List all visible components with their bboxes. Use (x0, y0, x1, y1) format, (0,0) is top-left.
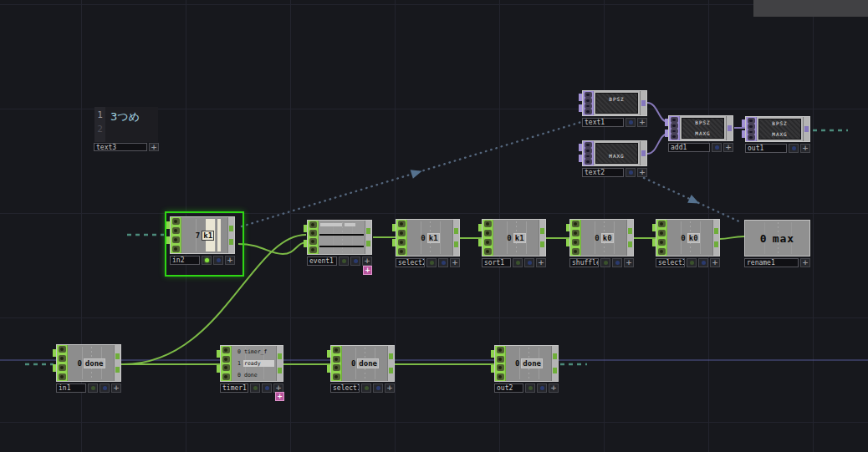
input-connector[interactable] (478, 239, 482, 246)
flag-button-icon[interactable] (572, 230, 580, 236)
flag-button-icon[interactable] (572, 248, 580, 255)
flag-button-icon[interactable] (484, 221, 492, 227)
viewer-flag-dot-icon[interactable] (339, 256, 349, 266)
flag-dot-blue-icon[interactable] (698, 258, 708, 267)
dat-viewer[interactable]: BPSZMAXG (682, 118, 724, 139)
node-rename1[interactable]: 0max rename1+ (744, 220, 810, 256)
input-connector[interactable] (579, 104, 582, 112)
input-connector[interactable] (217, 365, 220, 373)
flag-button-icon[interactable] (309, 246, 317, 253)
node-flags[interactable] (570, 220, 581, 256)
expand-plus-icon[interactable]: + (800, 258, 810, 267)
viewer-flag-dot-icon[interactable] (202, 256, 212, 265)
flag-button-icon[interactable] (333, 373, 340, 380)
viewer-flag-dot-icon[interactable] (513, 258, 523, 267)
flag-button-icon[interactable] (748, 135, 755, 140)
node-text2[interactable]: MAXG text2+ (582, 140, 647, 166)
flag-button-icon[interactable] (658, 239, 666, 246)
expand-plus-icon[interactable]: + (149, 143, 159, 151)
chop-viewer[interactable]: 0k1 (493, 220, 539, 256)
node-name-out1[interactable]: out1 (745, 144, 787, 153)
flag-button-icon[interactable] (222, 347, 230, 353)
input-connector[interactable] (579, 144, 582, 151)
flag-button-icon[interactable] (585, 142, 592, 148)
flag-button-icon[interactable] (59, 364, 66, 371)
output-connector[interactable] (454, 228, 458, 234)
chop-viewer[interactable]: 0max (745, 221, 809, 256)
input-connector[interactable] (665, 119, 668, 126)
flag-button-icon[interactable] (222, 356, 230, 363)
flag-dot-blue-icon[interactable] (438, 258, 448, 267)
flag-button-icon[interactable] (59, 373, 66, 380)
flag-dot-blue-icon[interactable] (789, 144, 799, 153)
node-flags[interactable] (746, 117, 757, 141)
flag-button-icon[interactable] (59, 355, 66, 362)
chop-viewer[interactable]: 0done (506, 346, 551, 381)
node-name-sort1[interactable]: sort1 (482, 258, 511, 267)
output-connector[interactable] (553, 353, 557, 359)
output-connector[interactable] (641, 150, 646, 156)
input-connector[interactable] (327, 350, 330, 358)
node-name-select1[interactable]: select1 (330, 383, 360, 393)
node-name-in1[interactable]: in1 (56, 383, 86, 393)
output-connector[interactable] (714, 241, 718, 247)
flag-button-icon[interactable] (59, 346, 66, 353)
text-dat-content[interactable]: 3つめ (105, 107, 158, 142)
flag-dot-blue-icon[interactable] (100, 383, 110, 393)
flag-dot-blue-icon[interactable] (262, 383, 272, 393)
viewer-flag-dot-icon[interactable] (525, 383, 535, 393)
viewer-flag-dot-icon[interactable] (361, 383, 371, 393)
node-flags[interactable] (656, 220, 667, 256)
output-connector[interactable] (229, 239, 233, 245)
flag-button-icon[interactable] (333, 364, 340, 371)
viewer-flag-dot-icon[interactable] (426, 258, 437, 267)
network-editor-canvas[interactable]: 1 2 3つめ text3 + BPSZ text1+ MAXG text2+ … (0, 0, 868, 452)
expand-plus-icon[interactable]: + (450, 258, 460, 267)
input-connector[interactable] (491, 365, 494, 373)
chop-viewer[interactable]: 0k0 (581, 220, 626, 256)
node-select2[interactable]: 0k1 select2+ (396, 219, 460, 256)
flag-button-icon[interactable] (172, 218, 180, 225)
dat-viewer[interactable]: BPSZMAXG (758, 119, 801, 140)
output-connector[interactable] (628, 241, 632, 247)
flag-button-icon[interactable] (497, 356, 504, 363)
flag-button-icon[interactable] (333, 356, 340, 363)
expand-plus-icon[interactable]: + (385, 383, 395, 393)
node-flags[interactable] (308, 221, 319, 254)
flag-button-icon[interactable] (497, 347, 504, 353)
output-connector[interactable] (714, 228, 718, 234)
node-text1[interactable]: BPSZ text1+ (582, 90, 647, 116)
node-name-in2[interactable]: in2 (170, 256, 200, 265)
flag-button-icon[interactable] (585, 109, 592, 114)
node-flags[interactable] (221, 346, 232, 381)
chop-viewer[interactable]: 0done (342, 346, 387, 381)
output-connector[interactable] (366, 241, 370, 246)
docked-dat-badge[interactable]: + (275, 392, 284, 401)
node-shuffle1[interactable]: 0k0 shuffle1+ (569, 219, 634, 256)
node-select3[interactable]: 0k0 select3+ (656, 219, 720, 256)
chop-viewer[interactable]: 0k1 (407, 220, 452, 256)
flag-button-icon[interactable] (585, 159, 592, 165)
flag-dot-blue-icon[interactable] (625, 118, 636, 127)
node-timer1[interactable]: 0timer_f 1ready 0done timer1+ (220, 345, 283, 382)
flag-button-icon[interactable] (671, 117, 678, 123)
input-connector[interactable] (566, 224, 569, 231)
flag-dot-blue-icon[interactable] (712, 143, 722, 152)
flag-button-icon[interactable] (658, 221, 666, 227)
output-connector[interactable] (389, 353, 393, 359)
flag-button-icon[interactable] (222, 364, 230, 371)
flag-button-icon[interactable] (671, 129, 678, 135)
node-text3-viewer[interactable]: 1 2 3つめ (94, 107, 158, 142)
flag-button-icon[interactable] (398, 221, 406, 227)
dat-viewer[interactable]: MAXG (595, 143, 638, 164)
node-name-text1[interactable]: text1 (582, 118, 624, 127)
chop-viewer[interactable]: 0timer_f 1ready 0done (232, 346, 276, 381)
expand-plus-icon[interactable]: + (225, 256, 235, 265)
expand-plus-icon[interactable]: + (800, 144, 810, 153)
expand-plus-icon[interactable]: + (723, 143, 733, 152)
docked-dat-badge[interactable]: + (363, 266, 372, 275)
node-name-add1[interactable]: add1 (668, 143, 710, 152)
chop-viewer[interactable] (319, 221, 365, 254)
node-name-shuffle1[interactable]: shuffle1 (569, 258, 599, 267)
flag-button-icon[interactable] (748, 130, 755, 135)
